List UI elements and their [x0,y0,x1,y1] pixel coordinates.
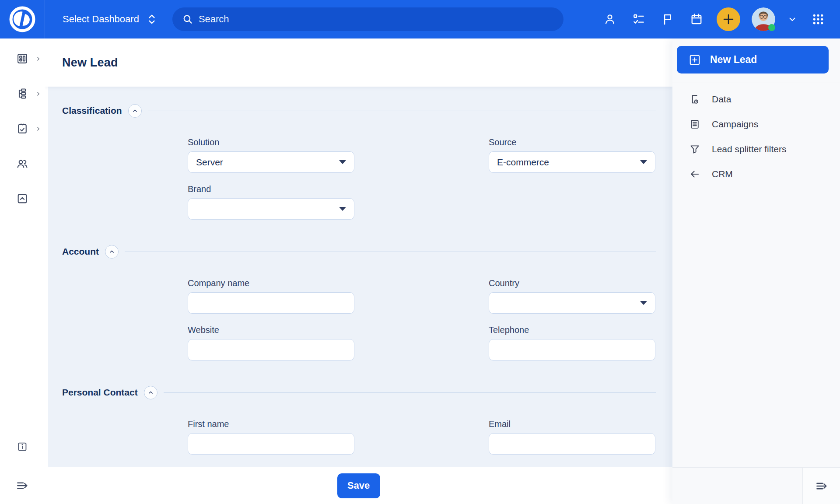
field-country: Country [489,278,655,314]
expand-right-panel-button[interactable] [815,479,829,493]
caret-down-icon [339,207,346,211]
search-input[interactable] [199,14,554,25]
section-title: Personal Contact [62,387,138,398]
logo-icon [8,5,36,33]
page-header: New Lead [45,38,672,87]
user-avatar[interactable] [752,7,775,31]
calendar-icon-button[interactable] [688,10,705,28]
arrow-left-icon [689,168,700,180]
right-panel: New Lead Data [672,38,840,504]
section-fields: Solution Server Source E-commerce [48,137,672,220]
collapse-section-button[interactable] [105,245,119,259]
tasks-icon-button[interactable] [630,10,648,28]
field-email: Email [489,419,655,455]
field-label: Email [489,419,655,429]
section-personal-contact: Personal Contact First name Email [48,385,672,455]
field-company-name: Company name [188,278,354,314]
email-input[interactable] [489,433,655,455]
country-select[interactable] [489,292,655,314]
header-divider [45,0,45,38]
panel-footer-cell [802,468,840,504]
unfold-icon [146,14,158,25]
expand-panel-icon [15,479,29,493]
plus-icon [721,12,735,26]
chevron-up-icon [147,389,154,396]
panel-item-label: Data [712,94,731,105]
quick-add-button[interactable] [717,7,740,31]
field-label: Solution [188,137,354,147]
dashboard-selector-label: Select Dashboard [63,14,139,25]
sidebar-item-hierarchy[interactable] [0,80,45,108]
panel-item-lead-splitter-filters[interactable]: Lead splitter filters [672,136,840,161]
sidebar-item-collapse-box[interactable] [0,185,45,213]
users-icon [16,158,28,170]
collapse-section-button[interactable] [128,104,142,118]
sidebar-item-contacts[interactable] [0,150,45,178]
caret-down-icon [640,160,647,164]
field-telephone: Telephone [489,325,655,360]
sidebar-item-tasks[interactable] [0,115,45,143]
section-fields: Company name Country Website [48,278,672,360]
section-divider-line [125,252,656,252]
user-icon-button[interactable] [601,10,619,28]
field-first-name: First name [188,419,354,455]
new-lead-form: Classification Solution Server [48,87,672,504]
section-divider-line [148,111,656,111]
panel-item-label: Lead splitter filters [712,144,786,154]
collapse-section-button[interactable] [144,386,158,399]
chevron-down-icon [787,14,798,24]
save-button[interactable]: Save [337,473,380,498]
dashboard-selector[interactable]: Select Dashboard [63,14,158,25]
field-label: Website [188,325,354,335]
apps-grid-button[interactable] [809,10,827,28]
flag-icon-button[interactable] [659,10,676,28]
form-footer: Save [45,467,672,504]
new-lead-button[interactable]: New Lead [677,46,829,74]
company-name-input[interactable] [188,292,354,314]
select-value: Server [196,157,223,168]
hierarchy-icon [16,88,28,100]
info-icon [17,441,28,452]
header-icon-group [601,7,840,31]
field-label: First name [188,419,354,429]
section-title: Account [62,246,99,257]
panel-menu: Data Campaigns Lead splitter filters [672,83,840,186]
search-icon [182,14,193,25]
caret-down-icon [339,160,346,164]
new-lead-button-label: New Lead [710,54,757,66]
sidebar-item-dashboards[interactable] [0,45,45,73]
source-select[interactable]: E-commerce [489,151,655,173]
telephone-input[interactable] [489,339,655,360]
section-header: Classification [48,103,672,118]
search-bar[interactable] [172,7,564,31]
first-name-input[interactable] [188,433,354,455]
funnel-icon [689,144,700,155]
tasks-icon [632,13,645,26]
info-button[interactable] [0,434,45,459]
field-solution: Solution Server [188,137,354,173]
website-input[interactable] [188,339,354,360]
section-divider-line [164,392,656,393]
document-lines-icon [689,119,700,130]
sidebar-nav-items [0,38,45,220]
avatar-menu-chevron[interactable] [787,10,798,28]
flag-icon [661,13,674,26]
chevron-right-icon [35,56,41,62]
expand-sidebar-button[interactable] [0,467,45,504]
app-logo[interactable] [0,0,45,38]
panel-item-crm[interactable]: CRM [672,161,840,186]
field-label: Company name [188,278,354,288]
dashboard-icon [16,52,28,65]
panel-item-label: CRM [712,169,733,179]
panel-item-campaigns[interactable]: Campaigns [672,112,840,136]
field-website: Website [188,325,354,360]
panel-item-data[interactable]: Data [672,87,840,112]
main-content: New Lead Classification Solution [45,38,672,504]
field-source: Source E-commerce [489,137,655,173]
panel-item-label: Campaigns [712,119,758,130]
section-title: Classification [62,105,122,116]
solution-select[interactable]: Server [188,151,354,173]
brand-select[interactable] [188,198,354,220]
user-icon [603,13,616,26]
chevron-right-icon [35,126,41,132]
